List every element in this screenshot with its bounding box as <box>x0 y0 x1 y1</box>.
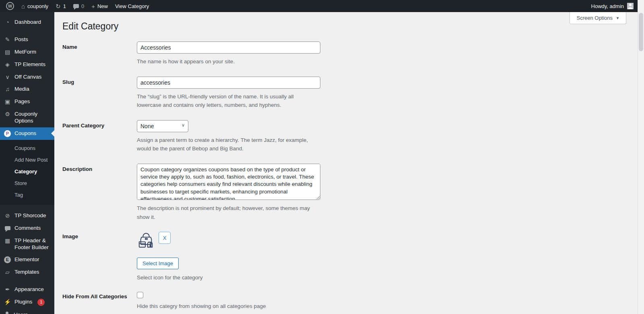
new-label: New <box>97 3 108 9</box>
remove-image-button[interactable]: X <box>159 232 171 244</box>
sidebar-item-elementor[interactable]: E Elementor <box>0 254 54 266</box>
sidebar-item-users[interactable]: Users <box>0 309 54 314</box>
sidebar-item-tp-elements[interactable]: ◈ TP Elements <box>0 58 54 71</box>
parent-category-label: Parent Category <box>62 120 137 153</box>
chevron-down-icon: ∨ <box>4 74 11 81</box>
site-name-label: couponly <box>27 3 48 9</box>
sidebar-item-label: Couponly Options <box>14 111 50 125</box>
admin-top-bar: W ⌂ couponly ↻ 1 0 + New View Category H… <box>0 0 638 12</box>
submenu-item-store[interactable]: Store <box>0 177 54 189</box>
sidebar-item-label: Templates <box>14 269 39 276</box>
sidebar-item-tp-shorcode[interactable]: ⊘ TP Shorcode <box>0 210 54 222</box>
wordpress-logo-icon: W <box>6 2 14 10</box>
image-label: Image <box>62 231 137 282</box>
sidebar-item-label: Posts <box>14 36 28 43</box>
new-content-menu[interactable]: + New <box>88 0 111 12</box>
coupons-logo-icon: P <box>4 130 11 137</box>
form-icon: ▤ <box>4 49 11 56</box>
select-image-button[interactable]: Select Image <box>137 258 179 269</box>
sidebar-item-appearance[interactable]: ✒ Appearance <box>0 283 54 296</box>
slug-input[interactable] <box>137 77 320 89</box>
submenu-item-label: Tag <box>14 192 23 198</box>
submenu-item-label: Category <box>14 168 37 175</box>
submenu-item-category[interactable]: Category <box>0 166 54 177</box>
sidebar-item-label: Comments <box>14 225 41 232</box>
comment-bubble-icon <box>73 4 79 8</box>
menu-separator <box>0 279 54 283</box>
sidebar-item-templates[interactable]: ▱ Templates <box>0 266 54 279</box>
sidebar-item-label: Off Canvas <box>14 74 41 81</box>
sidebar-item-label: MetForm <box>14 49 36 56</box>
screen-options-label: Screen Options <box>576 15 613 21</box>
plugin-icon: ⚡ <box>4 299 11 306</box>
dashboard-icon: ◔ <box>4 19 11 26</box>
sidebar-item-dashboard[interactable]: ◔ Dashboard <box>0 16 54 29</box>
folder-icon: ▱ <box>4 269 11 276</box>
main-content: Screen Options ▼ Edit Category Name The … <box>54 12 638 314</box>
name-input[interactable] <box>137 42 320 54</box>
avatar <box>627 3 634 9</box>
sidebar-item-coupons[interactable]: P Coupons <box>0 127 54 140</box>
menu-separator <box>0 205 54 210</box>
sidebar-item-off-canvas[interactable]: ∨ Off Canvas <box>0 71 54 83</box>
screen-options-button[interactable]: Screen Options ▼ <box>570 12 626 24</box>
submenu-item-coupons[interactable]: Coupons <box>0 142 54 154</box>
submenu-item-label: Store <box>14 180 27 186</box>
submenu-item-tag[interactable]: Tag <box>0 189 54 201</box>
sidebar-item-couponly-options[interactable]: ⚙ Couponly Options <box>0 108 54 127</box>
sidebar-item-comments[interactable]: Comments <box>0 222 54 235</box>
home-icon: ⌂ <box>21 3 25 9</box>
site-name-link[interactable]: ⌂ couponly <box>18 0 52 12</box>
parent-category-select[interactable]: None <box>137 120 188 132</box>
updates-count: 1 <box>63 3 66 9</box>
description-help-text: The description is not prominent by defa… <box>137 204 318 221</box>
slug-label: Slug <box>62 77 137 110</box>
parent-category-help-text: Assign a parent term to create a hierarc… <box>137 136 314 153</box>
updates-link[interactable]: ↻ 1 <box>52 0 70 12</box>
howdy-label: Howdy, admin <box>591 3 624 9</box>
shield-icon: ◈ <box>4 61 11 68</box>
hide-from-all-categories-row: Hide From All Categories Hide this categ… <box>62 291 630 311</box>
sidebar-item-label: Dashboard <box>14 19 41 26</box>
view-category-label: View Category <box>115 3 149 9</box>
submenu-item-add-new-post[interactable]: Add New Post <box>0 154 54 166</box>
hide-from-all-categories-checkbox[interactable] <box>137 292 143 298</box>
admin-sidebar: ◔ Dashboard ✎ Posts ▤ MetForm ◈ TP Eleme… <box>0 12 54 314</box>
comment-icon <box>4 225 11 232</box>
sidebar-item-plugins[interactable]: ⚡ Plugins 1 <box>0 296 54 309</box>
plugins-update-badge: 1 <box>37 299 45 306</box>
page-title: Edit Category <box>62 12 630 42</box>
sidebar-item-pages[interactable]: ▣ Pages <box>0 96 54 108</box>
description-label: Description <box>62 164 137 221</box>
sidebar-item-media[interactable]: ♫ Media <box>0 83 54 96</box>
sidebar-item-label: Users <box>14 312 28 314</box>
name-label: Name <box>62 42 137 66</box>
slug-help-text: The “slug” is the URL-friendly version o… <box>137 92 311 110</box>
sidebar-item-label: Coupons <box>14 130 36 137</box>
view-category-link[interactable]: View Category <box>111 0 153 12</box>
pages-icon: ▣ <box>4 98 11 105</box>
comments-link[interactable]: 0 <box>70 0 88 12</box>
brush-icon: ✒ <box>4 286 11 293</box>
sidebar-item-label: Media <box>14 86 29 93</box>
sidebar-item-label: TP Shorcode <box>14 212 46 219</box>
account-menu[interactable]: Howdy, admin <box>591 3 638 9</box>
plus-icon: + <box>91 3 95 9</box>
sidebar-item-label: Plugins <box>14 299 32 306</box>
description-row: Description Coupon category organizes co… <box>62 164 630 221</box>
sidebar-item-label: Pages <box>14 98 30 105</box>
image-row: Image $ X Select Image Select icon for t… <box>62 231 630 282</box>
sidebar-item-tp-header-footer-builder[interactable]: ▦ TP Header & Footer Builder <box>0 235 54 254</box>
coupons-submenu: Coupons Add New Post Category Store Tag <box>0 140 54 205</box>
media-icon: ♫ <box>4 86 11 93</box>
image-help-text: Select icon for the category <box>137 273 318 282</box>
description-textarea[interactable]: Coupon category organizes coupons based … <box>137 164 320 200</box>
header-footer-icon: ▦ <box>4 237 11 244</box>
scrollbar-thumb[interactable] <box>639 13 643 51</box>
sidebar-item-posts[interactable]: ✎ Posts <box>0 33 54 46</box>
sidebar-item-label: Appearance <box>14 286 44 293</box>
sidebar-item-metform[interactable]: ▤ MetForm <box>0 46 54 58</box>
wordpress-menu[interactable]: W <box>2 0 18 12</box>
vertical-scrollbar[interactable] <box>638 0 644 314</box>
parent-category-row: Parent Category None ∨ Assign a parent t… <box>62 120 630 153</box>
